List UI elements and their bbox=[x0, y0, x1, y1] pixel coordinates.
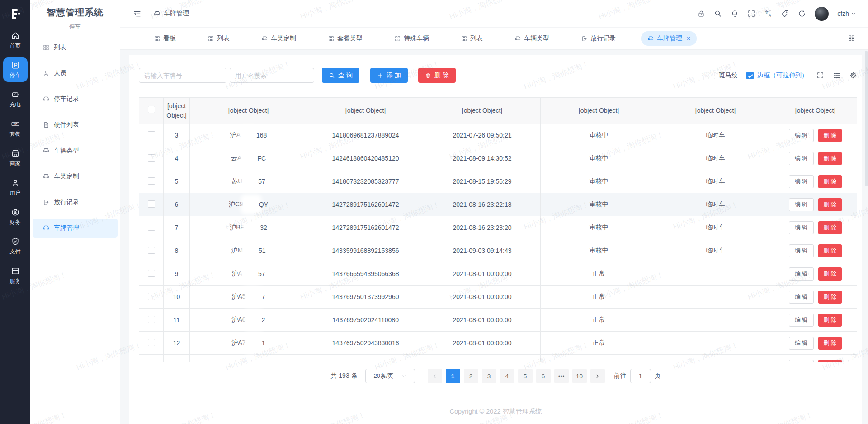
row-delete-button[interactable]: 删 除 bbox=[818, 360, 842, 362]
edit-button[interactable]: 编 辑 bbox=[789, 314, 813, 327]
page-tab[interactable]: 车牌管理 × bbox=[641, 31, 697, 46]
avatar[interactable] bbox=[815, 7, 829, 21]
bell-icon[interactable] bbox=[731, 10, 739, 18]
row-delete-button[interactable]: 删 除 bbox=[818, 175, 842, 188]
row-delete-button[interactable]: 删 除 bbox=[818, 221, 842, 234]
gear-icon[interactable] bbox=[849, 71, 857, 79]
tab-icon bbox=[394, 35, 401, 42]
rail-nav-item[interactable]: 首页 bbox=[3, 28, 28, 52]
edit-button[interactable]: 编 辑 bbox=[789, 152, 813, 165]
sidebar-menu-item[interactable]: 人员 bbox=[33, 64, 118, 83]
prev-page-button[interactable] bbox=[428, 369, 442, 383]
page-number-button[interactable]: 1 bbox=[446, 369, 460, 383]
vertical-scrollbar[interactable] bbox=[865, 51, 868, 186]
rail-nav-item[interactable]: 支付 bbox=[3, 234, 28, 258]
edit-button[interactable]: 编 辑 bbox=[789, 244, 813, 257]
row-delete-button[interactable]: 删 除 bbox=[818, 129, 842, 142]
rail-nav-item[interactable]: 商家 bbox=[3, 146, 28, 170]
rail-nav-item[interactable]: 充电 bbox=[3, 87, 28, 111]
row-checkbox[interactable] bbox=[148, 362, 155, 362]
tabs-overview-icon[interactable] bbox=[848, 34, 855, 42]
jump-page-input[interactable] bbox=[630, 369, 651, 383]
row-checkbox[interactable] bbox=[148, 154, 155, 162]
select-all-checkbox[interactable] bbox=[148, 106, 155, 113]
row-delete-button[interactable]: 删 除 bbox=[818, 244, 842, 257]
row-delete-button[interactable]: 删 除 bbox=[818, 152, 842, 165]
edit-button[interactable]: 编 辑 bbox=[789, 129, 813, 142]
checkbox-box[interactable] bbox=[708, 72, 715, 79]
user-menu[interactable]: cfzh bbox=[837, 10, 857, 17]
table-fullscreen-icon[interactable] bbox=[816, 71, 824, 79]
sidebar-menu-item[interactable]: 放行记录 bbox=[33, 193, 118, 212]
tab-close-icon[interactable]: × bbox=[687, 35, 690, 42]
row-checkbox[interactable] bbox=[148, 247, 155, 254]
search-button[interactable]: 查 询 bbox=[322, 68, 359, 83]
column-settings-icon[interactable] bbox=[833, 71, 841, 80]
edit-button[interactable]: 编 辑 bbox=[789, 360, 813, 362]
page-tab[interactable]: 特殊车辆 × bbox=[388, 31, 435, 46]
sidebar-menu-icon bbox=[42, 70, 50, 77]
collapse-sidebar-icon[interactable] bbox=[133, 10, 142, 18]
edit-button[interactable]: 编 辑 bbox=[789, 175, 813, 188]
sidebar-menu-item[interactable]: 车类定制 bbox=[33, 167, 118, 186]
page-number-button[interactable]: 10 bbox=[572, 369, 587, 383]
row-checkbox[interactable] bbox=[148, 200, 155, 208]
row-checkbox[interactable] bbox=[148, 177, 155, 185]
page-size-select[interactable]: 20条/页 bbox=[365, 369, 415, 383]
checkbox-box-checked[interactable] bbox=[746, 72, 754, 79]
page-number-button[interactable]: ••• bbox=[554, 369, 569, 383]
rail-nav-item[interactable]: 财务 bbox=[3, 205, 28, 229]
row-delete-button[interactable]: 删 除 bbox=[818, 291, 842, 304]
rail-nav-item[interactable]: 用户 bbox=[3, 175, 28, 200]
sidebar-menu-item[interactable]: 停车记录 bbox=[33, 90, 118, 109]
page-tab[interactable]: 放行记录 × bbox=[575, 31, 622, 46]
row-delete-button[interactable]: 删 除 bbox=[818, 337, 842, 350]
fullscreen-icon[interactable] bbox=[747, 10, 755, 18]
edit-button[interactable]: 编 辑 bbox=[789, 337, 813, 350]
sidebar-menu-item[interactable]: 列表 bbox=[33, 38, 118, 57]
translate-icon[interactable] bbox=[764, 10, 773, 18]
refresh-icon[interactable] bbox=[798, 10, 806, 18]
row-checkbox[interactable] bbox=[148, 339, 155, 346]
rail-nav-item[interactable]: 套餐 bbox=[3, 116, 28, 141]
row-checkbox[interactable] bbox=[148, 131, 155, 138]
tag-icon[interactable] bbox=[781, 10, 789, 18]
next-page-button[interactable] bbox=[590, 369, 605, 383]
edit-button[interactable]: 编 辑 bbox=[789, 198, 813, 211]
page-number-button[interactable]: 4 bbox=[500, 369, 514, 383]
row-checkbox[interactable] bbox=[148, 270, 155, 277]
rail-nav-item[interactable]: 停车 bbox=[3, 57, 28, 82]
rail-nav-item[interactable]: 服务 bbox=[3, 263, 28, 288]
row-delete-button[interactable]: 删 除 bbox=[818, 314, 842, 327]
row-delete-button[interactable]: 删 除 bbox=[818, 267, 842, 281]
lock-icon[interactable] bbox=[697, 10, 705, 18]
page-number-button[interactable]: 3 bbox=[482, 369, 496, 383]
sidebar-menu-item[interactable]: 车牌管理 bbox=[33, 219, 118, 238]
edit-button[interactable]: 编 辑 bbox=[789, 291, 813, 304]
app-logo[interactable] bbox=[0, 0, 30, 28]
sidebar-menu-item[interactable]: 硬件列表 bbox=[33, 115, 118, 134]
border-resizable-checkbox[interactable]: 边框（可拉伸列） bbox=[746, 71, 808, 80]
page-tab[interactable]: 车辆类型 × bbox=[508, 31, 556, 46]
row-checkbox[interactable] bbox=[148, 293, 155, 300]
plate-search-input[interactable] bbox=[139, 68, 226, 83]
search-icon[interactable] bbox=[714, 10, 722, 18]
page-tab[interactable]: 列表 × bbox=[201, 31, 236, 46]
zebra-stripe-checkbox[interactable]: 斑马纹 bbox=[708, 71, 738, 80]
delete-button[interactable]: 删 除 bbox=[418, 68, 456, 83]
row-checkbox[interactable] bbox=[148, 316, 155, 323]
page-number-button[interactable]: 6 bbox=[536, 369, 551, 383]
page-number-button[interactable]: 2 bbox=[464, 369, 478, 383]
row-delete-button[interactable]: 删 除 bbox=[818, 198, 842, 211]
row-checkbox[interactable] bbox=[148, 224, 155, 231]
sidebar-menu-item[interactable]: 车辆类型 bbox=[33, 141, 118, 160]
add-button[interactable]: 添 加 bbox=[370, 68, 408, 83]
edit-button[interactable]: 编 辑 bbox=[789, 267, 813, 281]
page-tab[interactable]: 车类定制 × bbox=[255, 31, 302, 46]
page-number-button[interactable]: 5 bbox=[518, 369, 533, 383]
page-tab[interactable]: 列表 × bbox=[454, 31, 489, 46]
username-search-input[interactable] bbox=[230, 68, 314, 83]
edit-button[interactable]: 编 辑 bbox=[789, 221, 813, 234]
page-tab[interactable]: 看板 × bbox=[147, 31, 182, 46]
page-tab[interactable]: 套餐类型 × bbox=[321, 31, 369, 46]
